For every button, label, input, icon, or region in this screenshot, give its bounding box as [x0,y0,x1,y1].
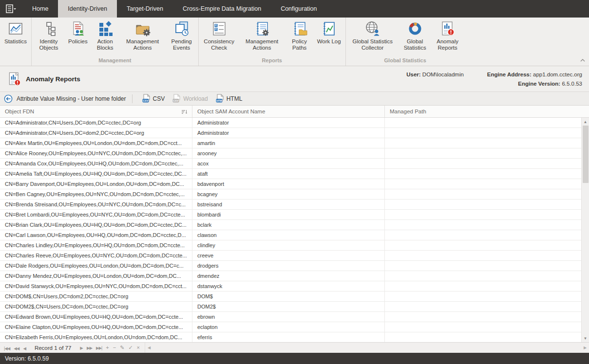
cell-object-sam-account-name[interactable]: dmendez [192,271,385,281]
cell-object-fdn[interactable]: CN=Charles Lindley,OU=Employees,OU=HQ,OU… [0,240,192,250]
table-row[interactable]: CN=Bret Lombardi,OU=Employees,OU=NYC,OU=… [0,210,581,220]
statistics-button[interactable]: Statistics [1,20,30,45]
cell-object-sam-account-name[interactable]: dstanwyck [192,281,385,291]
cell-object-fdn[interactable]: CN=Amelia Taft,OU=Employees,OU=HQ,OU=dom… [0,169,192,179]
table-row[interactable]: CN=Brenda Streisand,OU=Employees,OU=NYC,… [0,200,581,210]
export-csv-button[interactable]: CSV CSV [138,93,169,104]
cell-object-sam-account-name[interactable]: Administrator [192,128,385,138]
cell-object-fdn[interactable]: CN=DOM$,CN=Users,DC=dom2,DC=cctec,DC=org [0,291,192,301]
table-row[interactable]: CN=Amanda Cox,OU=Employees,OU=HQ,OU=dom,… [0,159,581,169]
cell-managed-path[interactable] [385,169,581,179]
cell-object-sam-account-name[interactable]: bstreisand [192,200,385,209]
anomaly-reports-button[interactable]: Anomaly Reports [432,20,464,51]
cell-managed-path[interactable] [385,189,581,199]
next-record-button[interactable]: ▶ [78,346,85,350]
cell-managed-path[interactable] [385,148,581,158]
table-row[interactable]: CN=Brian Clark,OU=Employees,OU=HQ,OU=dom… [0,220,581,230]
scroll-right-icon[interactable]: ▶ [581,346,589,350]
consistency-check-button[interactable]: Consistency Check [200,20,239,51]
cell-managed-path[interactable] [385,291,581,301]
table-row[interactable]: CN=Elizabeth Ferris,OU=Employees,OU=Lond… [0,332,581,342]
cell-object-fdn[interactable]: CN=Administrator,CN=Users,DC=dom,DC=ccte… [0,118,192,127]
table-row[interactable]: CN=Amelia Taft,OU=Employees,OU=HQ,OU=dom… [0,169,581,179]
cell-managed-path[interactable] [385,128,581,138]
pending-events-button[interactable]: Pending Events [166,20,197,51]
cell-object-sam-account-name[interactable]: arooney [192,148,385,158]
cell-managed-path[interactable] [385,271,581,281]
column-header-object-fdn[interactable]: Object FDN [0,106,192,117]
policies-button[interactable]: Policies [65,20,91,45]
next-page-button[interactable]: ▶▶ [85,346,94,350]
cell-managed-path[interactable] [385,138,581,148]
vertical-scrollbar[interactable]: ▲ ▼ [581,118,589,342]
cell-managed-path[interactable] [385,312,581,322]
table-row[interactable]: CN=Alex Martin,OU=Employees,OU=London,OU… [0,138,581,148]
cell-object-sam-account-name[interactable]: ebrown [192,312,385,322]
cell-object-sam-account-name[interactable]: bclark [192,220,385,230]
cell-managed-path[interactable] [385,332,581,342]
edit-record-button[interactable]: ✎ [118,345,126,350]
horizontal-scrollbar-track[interactable] [153,343,581,353]
collapse-ribbon-button[interactable] [580,55,585,64]
cell-object-fdn[interactable]: CN=Dale Rodgers,OU=Employees,OU=London,O… [0,261,192,271]
column-header-managed-path[interactable]: Managed Path [385,106,589,117]
cell-managed-path[interactable] [385,230,581,240]
prev-page-button[interactable]: ◀◀ [12,346,21,351]
table-row[interactable]: CN=Alice Rooney,OU=Employees,OU=NYC,OU=d… [0,148,581,159]
cell-object-fdn[interactable]: CN=Amanda Cox,OU=Employees,OU=HQ,OU=dom,… [0,159,192,168]
table-row[interactable]: CN=Elaine Clapton,OU=Employees,OU=HQ,OU=… [0,322,581,332]
vertical-scrollbar-thumb[interactable] [583,126,589,183]
table-row[interactable]: CN=Charles Lindley,OU=Employees,OU=HQ,OU… [0,240,581,251]
cell-object-fdn[interactable]: CN=Elaine Clapton,OU=Employees,OU=HQ,OU=… [0,322,192,332]
cell-object-fdn[interactable]: CN=Charles Reeve,OU=Employees,OU=NYC,OU=… [0,251,192,260]
cell-managed-path[interactable] [385,322,581,332]
cell-object-sam-account-name[interactable]: DOM$ [192,291,385,301]
append-record-button[interactable]: + [104,345,111,350]
cell-object-fdn[interactable]: CN=Barry Davenport,OU=Employees,OU=Londo… [0,179,192,189]
table-row[interactable]: CN=Barry Davenport,OU=Employees,OU=Londo… [0,179,581,189]
cell-object-fdn[interactable]: CN=Brian Clark,OU=Employees,OU=HQ,OU=dom… [0,220,192,230]
export-html-button[interactable]: HTM HTML [212,93,247,104]
app-menu-button[interactable] [0,0,22,18]
back-button[interactable] [4,94,13,103]
cell-object-sam-account-name[interactable]: bdavenport [192,179,385,189]
cell-managed-path[interactable] [385,251,581,260]
tab-cross-empire-data-migration[interactable]: Cross-Empire Data Migration [173,0,271,18]
cell-managed-path[interactable] [385,240,581,250]
cell-object-sam-account-name[interactable]: creeve [192,251,385,260]
horizontal-scrollbar[interactable]: ◀ ▶ [145,343,589,353]
table-row[interactable]: CN=Administrator,CN=Users,DC=dom2,DC=cct… [0,128,581,138]
action-blocks-button[interactable]: Action Blocks [91,20,119,51]
table-row[interactable]: CN=Carl Lawson,OU=Employees,OU=HQ,OU=dom… [0,230,581,240]
cell-object-sam-account-name[interactable]: clawson [192,230,385,240]
scroll-left-icon[interactable]: ◀ [145,346,153,350]
cell-object-sam-account-name[interactable]: bcagney [192,189,385,199]
scroll-down-icon[interactable]: ▼ [582,334,589,342]
delete-record-button[interactable]: − [111,345,118,350]
policy-paths-button[interactable]: Policy Paths [285,20,314,51]
table-row[interactable]: CN=DOM2$,CN=Users,DC=dom,DC=cctec,DC=org… [0,302,581,312]
cell-object-sam-account-name[interactable]: blombardi [192,210,385,219]
cell-managed-path[interactable] [385,159,581,168]
cell-object-sam-account-name[interactable]: Administrator [192,118,385,127]
cell-managed-path[interactable] [385,210,581,219]
cell-managed-path[interactable] [385,118,581,127]
management-actions-button[interactable]: Management Actions [119,20,166,51]
cell-object-fdn[interactable]: CN=Ben Cagney,OU=Employees,OU=NYC,OU=dom… [0,189,192,199]
management-actions-report-button[interactable]: Management Actions [239,20,285,51]
table-row[interactable]: CN=David Stanwyck,OU=Employees,OU=NYC,OU… [0,281,581,291]
cell-object-fdn[interactable]: CN=Administrator,CN=Users,DC=dom2,DC=cct… [0,128,192,138]
cell-managed-path[interactable] [385,200,581,209]
prev-record-button[interactable]: ◀ [21,346,28,351]
cell-managed-path[interactable] [385,220,581,230]
cell-object-fdn[interactable]: CN=DOM2$,CN=Users,DC=dom,DC=cctec,DC=org [0,302,192,311]
tab-target-driven[interactable]: Target-Driven [117,0,173,18]
cell-object-sam-account-name[interactable]: ataft [192,169,385,179]
column-header-object-sam-account-name[interactable]: Object SAM Account Name [192,106,385,117]
cell-object-sam-account-name[interactable]: DOM2$ [192,302,385,311]
cell-object-fdn[interactable]: CN=Elizabeth Ferris,OU=Employees,OU=Lond… [0,332,192,342]
cell-object-fdn[interactable]: CN=Brenda Streisand,OU=Employees,OU=NYC,… [0,200,192,209]
cell-managed-path[interactable] [385,302,581,311]
first-record-button[interactable]: |◀◀ [2,346,12,351]
cell-object-fdn[interactable]: CN=Alex Martin,OU=Employees,OU=London,OU… [0,138,192,148]
